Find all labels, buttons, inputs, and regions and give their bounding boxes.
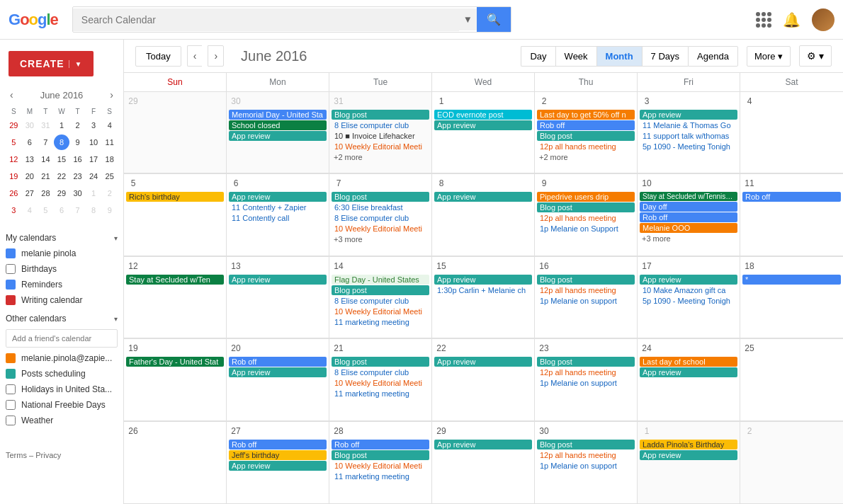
calendar-item-freebie[interactable]: National Freebie Days [0, 397, 123, 413]
calendar-item-reminders[interactable]: Reminders [0, 277, 123, 292]
event[interactable]: Pipedrive users drip [537, 192, 635, 202]
event[interactable]: Blog post [537, 275, 635, 285]
cal-cell[interactable]: 28 Rob off Blog post 10 Weekly Editorial… [329, 422, 432, 504]
mini-cal-day[interactable]: 23 [70, 168, 86, 184]
cal-cell[interactable]: 23 Blog post 12p all hands meeting 1p Me… [535, 339, 638, 420]
view-7days-button[interactable]: 7 Days [642, 46, 688, 67]
cal-cell[interactable]: 20 Rob off App review [227, 339, 329, 420]
mini-cal-day[interactable]: 2 [102, 185, 118, 201]
event[interactable]: 10 Weekly Editorial Meeti [332, 224, 429, 234]
view-month-button[interactable]: Month [596, 46, 642, 67]
event[interactable]: Blog post [537, 357, 635, 367]
mini-cal-day[interactable]: 9 [102, 202, 118, 218]
event[interactable]: 12p all hands meeting [537, 285, 635, 295]
cal-cell[interactable]: 10 Stay at Secluded w/Tennis/Koi Pond/Ho… [638, 174, 740, 256]
cal-checkbox-birthdays[interactable] [6, 264, 16, 274]
mini-cal-day[interactable]: 22 [54, 168, 69, 184]
other-calendars-section-header[interactable]: Other calendars ▾ [0, 308, 123, 326]
cal-cell[interactable]: 13 App review [227, 257, 329, 338]
event[interactable]: Day off [640, 202, 737, 212]
cal-cell[interactable]: 29 [124, 92, 227, 173]
mini-cal-day[interactable]: 6 [54, 202, 69, 218]
cal-cell[interactable]: 19 Father's Day - United Stat [124, 339, 227, 420]
mini-cal-day[interactable]: 17 [86, 151, 101, 167]
cal-cell[interactable]: 1 EOD evernote post App review [432, 92, 535, 173]
view-day-button[interactable]: Day [521, 46, 555, 67]
mini-cal-day[interactable]: 15 [54, 151, 69, 167]
event[interactable]: 1p Melanie on support [537, 378, 635, 388]
mini-cal-day[interactable]: 4 [22, 202, 38, 218]
cal-cell[interactable]: 24 Last day of school App review [638, 339, 740, 420]
mini-cal-day[interactable]: 11 [102, 134, 118, 150]
mini-cal-day[interactable]: 18 [102, 151, 118, 167]
calendar-item-writing[interactable]: Writing calendar [0, 292, 123, 308]
cal-cell[interactable]: 9 Pipedrive users drip Blog post 12p all… [535, 174, 638, 256]
event[interactable]: Blog post [537, 131, 635, 141]
event[interactable]: Rob off [229, 440, 327, 449]
mini-cal-day[interactable]: 7 [70, 202, 86, 218]
event[interactable]: App review [640, 275, 737, 285]
event[interactable]: 8 Elise computer club [332, 213, 429, 223]
event[interactable]: 8 Elise computer club [332, 296, 429, 306]
event[interactable]: 5p 1090 - Meeting Tonigh [640, 142, 737, 151]
event[interactable]: 1:30p Carlin + Melanie ch [434, 285, 532, 295]
event[interactable]: Rob off [332, 440, 429, 449]
event[interactable]: 11 marketing meeting [332, 389, 429, 399]
calendar-item-birthdays[interactable]: Birthdays [0, 261, 123, 277]
event[interactable]: App review [229, 367, 327, 377]
mini-cal-day[interactable]: 12 [6, 151, 21, 167]
mini-cal-day[interactable]: 5 [6, 134, 21, 150]
event[interactable]: 8 Elise computer club [332, 367, 429, 377]
mini-cal-day[interactable]: 3 [86, 118, 101, 133]
event[interactable]: Stay at Secluded w/Ten [126, 275, 224, 285]
event[interactable]: 11 Contently + Zapier [229, 202, 327, 212]
event[interactable]: 1p Melanie on support [537, 296, 635, 306]
event[interactable]: 12p all hands meeting [537, 450, 635, 460]
cal-cell[interactable]: 16 Blog post 12p all hands meeting 1p Me… [535, 257, 638, 338]
mini-cal-day[interactable]: 6 [22, 134, 38, 150]
cal-cell[interactable]: 7 Blog post 6:30 Elise breakfast 8 Elise… [329, 174, 432, 256]
event[interactable]: 11 marketing meeting [332, 317, 429, 327]
mini-cal-day[interactable]: 25 [102, 168, 118, 184]
event[interactable]: App review [229, 131, 327, 141]
event[interactable]: App review [640, 450, 737, 460]
mini-cal-day[interactable]: 26 [6, 185, 21, 201]
cal-cell[interactable]: 12 Stay at Secluded w/Ten [124, 257, 227, 338]
search-input[interactable] [73, 8, 459, 31]
cal-checkbox-holidays[interactable] [6, 384, 16, 394]
event[interactable]: App review [640, 367, 737, 377]
mini-cal-day[interactable]: 29 [6, 118, 21, 133]
cal-checkbox-freebie[interactable] [6, 400, 16, 410]
mini-cal-day[interactable]: 30 [70, 185, 86, 201]
event[interactable]: 1p Melanie on support [537, 461, 635, 471]
event[interactable]: 11 Contently call [229, 213, 327, 223]
settings-button[interactable]: ⚙ ▾ [799, 45, 832, 67]
cal-cell[interactable]: 15 App review 1:30p Carlin + Melanie ch [432, 257, 535, 338]
calendar-item-posts[interactable]: Posts scheduling [0, 366, 123, 382]
terms-link[interactable]: Terms [6, 451, 27, 459]
mini-cal-day-today[interactable]: 8 [54, 134, 69, 150]
event[interactable]: School closed [229, 120, 327, 130]
more-events-link[interactable]: +3 more [331, 234, 430, 244]
mini-cal-day[interactable]: 4 [102, 118, 118, 133]
cal-cell[interactable]: 6 App review 11 Contently + Zapier 11 Co… [227, 174, 329, 256]
event[interactable]: Blog post [332, 192, 429, 202]
cal-cell[interactable]: 31 Blog post 8 Elise computer club 10 ■ … [329, 92, 432, 173]
event[interactable]: 10 Weekly Editorial Meeti [332, 142, 429, 151]
event[interactable]: Melanie OOO [640, 223, 737, 233]
event[interactable]: Last day of school [640, 357, 737, 367]
cal-cell[interactable]: 17 App review 10 Make Amazon gift ca 5p … [638, 257, 740, 338]
event[interactable]: App review [434, 192, 532, 202]
privacy-link[interactable]: Privacy [35, 451, 61, 459]
event[interactable]: 11 marketing meeting [332, 471, 429, 481]
more-events-link[interactable]: +3 more [639, 234, 738, 244]
cal-cell[interactable]: 8 App review [432, 174, 535, 256]
event[interactable]: Rob off [640, 212, 737, 222]
event[interactable]: EOD evernote post [434, 110, 532, 120]
event[interactable]: 12p all hands meeting [537, 142, 635, 151]
cal-cell[interactable]: 14 Flag Day - United States Blog post 8 … [329, 257, 432, 338]
event[interactable]: 11 Melanie & Thomas Go [640, 120, 737, 130]
event[interactable]: Jeff's birthday [229, 450, 327, 460]
cal-cell[interactable]: 27 Rob off Jeff's birthday App review [227, 422, 329, 504]
mini-cal-day[interactable]: 14 [38, 151, 53, 167]
